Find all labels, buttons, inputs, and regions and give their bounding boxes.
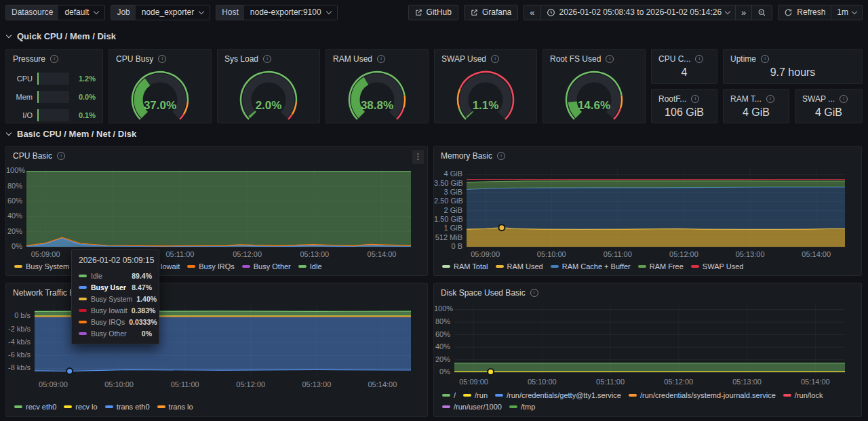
swap-used-gauge: 1.1% bbox=[435, 64, 536, 120]
panel-title[interactable]: CPU C... bbox=[658, 54, 690, 64]
info-icon[interactable] bbox=[606, 55, 614, 63]
legend-item[interactable]: / bbox=[442, 391, 456, 399]
time-range-picker[interactable]: 2026-01-02 05:08:43 to 2026-01-02 05:14:… bbox=[540, 5, 736, 20]
legend-item[interactable]: trans eth0 bbox=[105, 403, 150, 411]
y-axis-tick: 1.50 GiB bbox=[434, 215, 462, 223]
panel-title[interactable]: Disk Space Used Basic bbox=[441, 288, 526, 298]
legend-item[interactable]: recv lo bbox=[64, 403, 97, 411]
tooltip-row: Busy Other 0% bbox=[72, 327, 159, 339]
zoom-out-button[interactable] bbox=[751, 5, 772, 20]
legend-item[interactable]: Busy System bbox=[14, 262, 69, 270]
panel-title[interactable]: SWAP ... bbox=[802, 94, 835, 104]
legend-item[interactable]: Busy IRQs bbox=[187, 262, 235, 270]
legend-item[interactable]: /run bbox=[463, 391, 488, 399]
series-color-swatch bbox=[79, 286, 87, 289]
panel-title[interactable]: Memory Basic bbox=[441, 151, 492, 161]
series-color-swatch bbox=[14, 405, 22, 408]
info-icon[interactable] bbox=[158, 55, 166, 63]
panel-title[interactable]: Uptime bbox=[730, 54, 756, 64]
info-icon[interactable] bbox=[761, 55, 769, 63]
panel-title[interactable]: Root FS Used bbox=[550, 54, 601, 64]
legend-label: trans lo bbox=[169, 403, 193, 411]
host-dropdown[interactable]: Host node-exporter:9100 bbox=[216, 5, 337, 20]
info-icon[interactable] bbox=[50, 55, 58, 63]
series-color-swatch bbox=[64, 405, 72, 408]
y-axis-tick: 40% bbox=[434, 342, 450, 350]
network-traffic-chart[interactable]: 0 b/s-2 kb/s-4 kb/s-6 kb/s-8 kb/s05:09:0… bbox=[6, 301, 416, 389]
info-icon[interactable] bbox=[766, 95, 774, 103]
series-color-swatch bbox=[509, 405, 517, 408]
legend-item[interactable]: /run/credentials/systemd-journald.servic… bbox=[629, 391, 776, 399]
refresh-button[interactable]: Refresh bbox=[778, 5, 831, 20]
y-axis-tick: 40% bbox=[6, 212, 22, 220]
pressure-row-mem: Mem 0.0% bbox=[14, 90, 96, 104]
legend-item[interactable]: /tmp bbox=[509, 403, 535, 411]
legend-item[interactable]: RAM Free bbox=[638, 262, 684, 270]
cpu-basic-chart[interactable]: 0%20%40%60%80%100%05:09:0005:10:0005:11:… bbox=[6, 164, 416, 259]
legend-label: Busy IRQs bbox=[199, 262, 235, 270]
gauge-value: 2.0% bbox=[256, 99, 282, 112]
pressure-bar bbox=[37, 73, 69, 85]
ram-used-gauge: 38.8% bbox=[326, 64, 428, 120]
legend-item[interactable]: Idle bbox=[298, 262, 322, 270]
legend-item[interactable]: SWAP Used bbox=[691, 262, 744, 270]
memory-basic-chart[interactable]: 4 GiB3.50 GiB3 GiB2.50 GiB2 GiB1.50 GiB1… bbox=[434, 164, 850, 259]
legend-item[interactable]: /run/lock bbox=[783, 391, 823, 399]
x-axis-tick: 05:13:00 bbox=[295, 380, 338, 388]
panel-title[interactable]: Pressure bbox=[13, 54, 45, 64]
legend-item[interactable]: RAM Total bbox=[442, 262, 488, 270]
panel-memory-basic: Memory Basic 4 GiB3.50 GiB3 GiB2.50 GiB2… bbox=[433, 146, 862, 276]
info-icon[interactable] bbox=[57, 152, 65, 160]
y-axis-tick: 60% bbox=[434, 330, 450, 338]
info-icon[interactable] bbox=[695, 55, 703, 63]
legend-item[interactable]: /run/credentials/getty@tty1.service bbox=[495, 391, 621, 399]
section-quick-cpu-mem-disk[interactable]: Quick CPU / Mem / Disk bbox=[7, 31, 116, 41]
job-dropdown[interactable]: Job node_exporter bbox=[111, 5, 210, 20]
panel-title[interactable]: RAM Used bbox=[333, 54, 372, 64]
series-value: 0.0333% bbox=[129, 318, 157, 326]
gauge-value: 38.8% bbox=[361, 99, 393, 112]
disk-space-chart[interactable]: 0%20%40%60%80%100%05:09:0005:10:0005:11:… bbox=[434, 301, 850, 386]
legend-item[interactable]: Busy Other bbox=[242, 262, 291, 270]
legend-item[interactable]: /run/user/1000 bbox=[442, 403, 502, 411]
section-basic-cpu-mem-net-disk[interactable]: Basic CPU / Mem / Net / Disk bbox=[7, 129, 136, 139]
series-color-swatch bbox=[638, 265, 646, 268]
series-color-swatch bbox=[691, 265, 699, 268]
legend-label: recv eth0 bbox=[26, 403, 56, 411]
info-icon[interactable] bbox=[530, 289, 538, 297]
legend-item[interactable]: RAM Used bbox=[496, 262, 543, 270]
legend-label: RAM Total bbox=[454, 262, 488, 270]
info-icon[interactable] bbox=[691, 95, 699, 103]
panel-title[interactable]: CPU Busy bbox=[116, 54, 153, 64]
panel-cpu-busy: CPU Busy 37.0% bbox=[108, 49, 212, 123]
panel-title[interactable]: RootF... bbox=[658, 94, 686, 104]
panel-cpu-cores: CPU C... 4 bbox=[651, 49, 717, 84]
info-icon[interactable] bbox=[840, 95, 848, 103]
y-axis-tick: 2 GiB bbox=[434, 206, 462, 214]
info-icon[interactable] bbox=[377, 55, 385, 63]
panel-title[interactable]: CPU Basic bbox=[13, 151, 52, 161]
panel-title[interactable]: Sys Load bbox=[224, 54, 258, 64]
panel-menu-button[interactable]: ⋮ bbox=[412, 150, 424, 164]
legend-item[interactable]: RAM Cache + Buffer bbox=[551, 262, 631, 270]
legend-item[interactable]: recv eth0 bbox=[14, 403, 56, 411]
time-shift-back-button[interactable]: « bbox=[524, 5, 540, 20]
panel-swap-used: SWAP Used 1.1% bbox=[434, 49, 537, 123]
x-axis-tick: 05:11:00 bbox=[589, 378, 632, 386]
info-icon[interactable] bbox=[491, 55, 499, 63]
github-link-button[interactable]: GitHub bbox=[408, 5, 458, 20]
panel-pressure: Pressure CPU 1.2% Mem 0.0% I/O 0.1% bbox=[5, 49, 103, 123]
legend-item[interactable]: trans lo bbox=[157, 403, 193, 411]
hover-point-marker bbox=[66, 368, 73, 374]
refresh-interval-dropdown[interactable]: 1m bbox=[831, 5, 862, 20]
info-icon[interactable] bbox=[497, 152, 505, 160]
datasource-dropdown[interactable]: Datasource default bbox=[5, 5, 105, 20]
series-value: 0.383% bbox=[132, 306, 156, 315]
panel-title[interactable]: SWAP Used bbox=[441, 54, 486, 64]
y-axis-tick: -6 kb/s bbox=[6, 350, 31, 359]
y-axis-tick: 0 B bbox=[434, 242, 462, 250]
grafana-link-button[interactable]: Grafana bbox=[464, 5, 518, 20]
panel-title[interactable]: RAM T... bbox=[730, 94, 762, 104]
time-shift-forward-button[interactable]: » bbox=[735, 5, 751, 20]
info-icon[interactable] bbox=[263, 55, 271, 63]
